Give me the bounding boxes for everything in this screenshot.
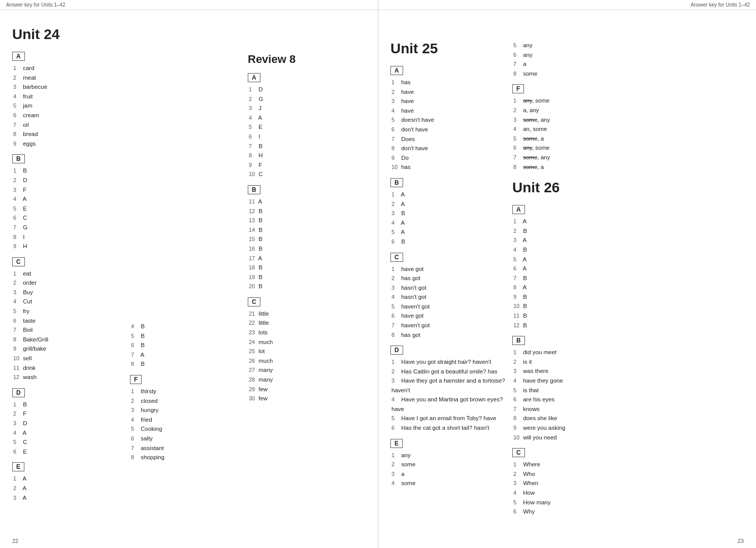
- unit25-section-a: 1 has 2 have 3 have 4 have 5 doesn't hav…: [390, 78, 507, 172]
- unit25-section-b-label: B: [390, 178, 403, 187]
- unit25-section-d-label: D: [390, 346, 403, 355]
- unit24-section-e-cont: 4 B 5 B 6 B 7 A 8 B: [130, 322, 243, 369]
- section-c-label: C: [12, 257, 25, 266]
- unit26-title: Unit 26: [512, 180, 739, 196]
- review8-title: Review 8: [248, 53, 360, 66]
- footer-page-23: 23: [738, 538, 744, 544]
- unit26-section-a: 1 A 2 B 3 A 4 B 5 A 6 A 7 B 8 A 9 B 10 B…: [512, 217, 739, 330]
- section-d-label: D: [12, 388, 25, 397]
- section-e-label: E: [12, 462, 24, 471]
- unit25-section-e-label: E: [390, 439, 403, 448]
- unit25-section-a-label: A: [390, 66, 403, 75]
- unit24-section-f: 1 thirsty 2 closed 3 hungry 4 fried 5 Co…: [130, 387, 243, 462]
- section-f-label: F: [130, 375, 142, 384]
- unit25-section-b: 1 A 2 A 3 B 4 A 5 A 6 B: [390, 190, 507, 247]
- review8-section-b-label: B: [248, 185, 260, 194]
- unit25-section-e: 1 any 2 some 3 a 4 some: [390, 451, 507, 488]
- unit25-section-c-label: C: [390, 253, 403, 262]
- review8-section-c-label: C: [248, 297, 260, 306]
- header-left: Answer key for Units 1–42: [0, 0, 378, 10]
- unit24-section-e: 1 A 2 A 3 A: [12, 474, 125, 502]
- section-b-label: B: [12, 154, 25, 163]
- unit26-section-b-label: B: [512, 336, 525, 345]
- review8-section-c: 21 little 22 little 23 lots 24 much 25 l…: [248, 309, 360, 403]
- unit25-section-f-label: F: [512, 84, 524, 93]
- review8-section-b: 11 A 12 B 13 B 14 B 15 B 16 B 17 A 18 B …: [248, 197, 360, 291]
- header-right: placeholder Answer key for Units 1–42: [378, 0, 756, 10]
- unit26-section-c: 1 Where 2 Who 3 When 4 How 5 How many 6 …: [512, 460, 739, 517]
- unit26-section-a-label: A: [512, 205, 525, 214]
- unit24-section-c: 1 eat 2 order 3 Buy 4 Cut 5 fry 6 taste …: [12, 269, 125, 382]
- unit25-section-f: 1 any, some 2 a, any 3 some, any 4 an, s…: [512, 96, 739, 172]
- unit25-section-d: 1 Have you got straight hair? haven't 2 …: [390, 357, 507, 432]
- section-a-label: A: [12, 52, 25, 61]
- unit24-section-a: 1 card 2 meat 3 barbecue 4 fruit 5 jam 6…: [12, 63, 125, 148]
- footer-page-22: 22: [12, 538, 18, 544]
- review8-section-a: 1 D 2 G 3 J 4 A 5 E 6 I 7 B 8 H 9 F 10 C: [248, 85, 360, 179]
- unit25-title: Unit 25: [390, 41, 507, 57]
- unit25-pre-items: 5 any 6 any 7 a 8 some: [512, 41, 739, 78]
- review8-section-a-label: A: [248, 73, 260, 82]
- unit26-section-c-label: C: [512, 448, 525, 457]
- unit25-section-c: 1 have got 2 has got 3 hasn't got 4 hasn…: [390, 264, 507, 340]
- unit26-section-b: 1 did you meet 2 is it 3 was there 4 hav…: [512, 348, 739, 442]
- unit24-section-b: 1 B 2 D 3 F 4 A 5 E 6 C 7 G 8 I 9 H: [12, 166, 125, 251]
- unit24-section-d: 1 B 2 F 3 D 4 A 5 C 6 E: [12, 400, 125, 457]
- unit24-title: Unit 24: [12, 26, 366, 43]
